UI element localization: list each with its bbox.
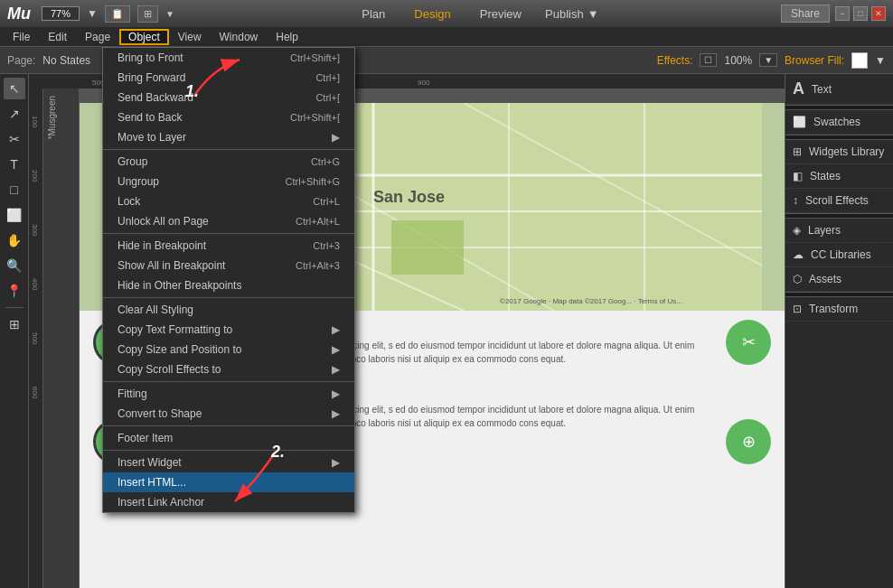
menu-move-to-layer[interactable]: Move to Layer ▶	[103, 127, 354, 147]
sep-4	[103, 381, 354, 382]
lock-shortcut: Ctrl+L	[313, 196, 340, 207]
bring-forward-label: Bring Forward	[118, 71, 185, 84]
copy-scroll-label: Copy Scroll Effects to	[118, 363, 221, 376]
menu-copy-size-position[interactable]: Copy Size and Position to ▶	[103, 340, 354, 359]
show-all-breakpoint-label: Show All in Breakpoint	[118, 259, 225, 272]
sep-3	[103, 297, 354, 298]
menu-group[interactable]: Group Ctrl+G	[103, 152, 354, 172]
send-to-back-label: Send to Back	[118, 111, 182, 124]
menu-hide-other-breakpoints[interactable]: Hide in Other Breakpoints	[103, 275, 354, 295]
menu-send-backward[interactable]: Send Backward Ctrl+[	[103, 88, 354, 107]
menu-fitting[interactable]: Fitting ▶	[103, 384, 354, 404]
menu-insert-widget[interactable]: Insert Widget ▶	[103, 453, 354, 472]
menu-bring-to-front[interactable]: Bring to Front Ctrl+Shift+]	[103, 48, 354, 68]
send-backward-shortcut: Ctrl+[	[315, 92, 340, 103]
menu-ungroup[interactable]: Ungroup Ctrl+Shift+G	[103, 172, 354, 191]
convert-shape-arrow: ▶	[332, 407, 340, 420]
copy-size-arrow: ▶	[332, 343, 340, 356]
send-backward-label: Send Backward	[118, 91, 193, 104]
lock-label: Lock	[118, 195, 140, 208]
copy-scroll-arrow: ▶	[332, 363, 340, 376]
bring-to-front-label: Bring to Front	[118, 51, 183, 64]
insert-link-anchor-label: Insert Link Anchor	[118, 496, 204, 509]
menu-hide-breakpoint[interactable]: Hide in Breakpoint Ctrl+3	[103, 236, 354, 256]
menu-footer-item[interactable]: Footer Item	[103, 428, 354, 448]
footer-item-label: Footer Item	[118, 432, 173, 444]
copy-text-label: Copy Text Formatting to	[118, 323, 232, 336]
menu-insert-html[interactable]: Insert HTML...	[103, 472, 354, 492]
bring-to-front-shortcut: Ctrl+Shift+]	[290, 52, 340, 63]
copy-size-label: Copy Size and Position to	[118, 343, 241, 356]
insert-widget-arrow: ▶	[332, 456, 340, 469]
move-to-layer-label: Move to Layer	[118, 131, 186, 144]
group-label: Group	[118, 155, 147, 168]
fitting-arrow: ▶	[332, 387, 340, 400]
menu-unlock-all[interactable]: Unlock All on Page Ctrl+Alt+L	[103, 211, 354, 231]
move-to-layer-arrow: ▶	[332, 131, 340, 144]
ungroup-shortcut: Ctrl+Shift+G	[285, 176, 340, 187]
sep-2	[103, 233, 354, 234]
menu-convert-shape[interactable]: Convert to Shape ▶	[103, 404, 354, 424]
sep-6	[103, 450, 354, 451]
clear-styling-label: Clear All Styling	[118, 303, 193, 316]
insert-widget-label: Insert Widget	[118, 456, 182, 469]
bring-forward-shortcut: Ctrl+]	[315, 72, 340, 83]
convert-shape-label: Convert to Shape	[118, 407, 202, 420]
menu-copy-text-formatting[interactable]: Copy Text Formatting to ▶	[103, 320, 354, 340]
show-all-shortcut: Ctrl+Alt+3	[296, 260, 340, 271]
hide-breakpoint-label: Hide in Breakpoint	[118, 239, 206, 252]
dropdown-overlay: Bring to Front Ctrl+Shift+] Bring Forwar…	[0, 0, 893, 588]
object-menu-dropdown: Bring to Front Ctrl+Shift+] Bring Forwar…	[102, 47, 355, 513]
hide-breakpoint-shortcut: Ctrl+3	[313, 240, 340, 251]
menu-send-to-back[interactable]: Send to Back Ctrl+Shift+[	[103, 107, 354, 127]
hide-other-label: Hide in Other Breakpoints	[118, 279, 241, 292]
insert-html-label: Insert HTML...	[118, 476, 186, 489]
group-shortcut: Ctrl+G	[311, 156, 340, 167]
fitting-label: Fitting	[118, 387, 147, 400]
sep-1	[103, 149, 354, 150]
menu-insert-link-anchor[interactable]: Insert Link Anchor	[103, 492, 354, 512]
menu-lock[interactable]: Lock Ctrl+L	[103, 191, 354, 211]
copy-text-arrow: ▶	[332, 323, 340, 336]
menu-show-all-breakpoint[interactable]: Show All in Breakpoint Ctrl+Alt+3	[103, 256, 354, 275]
sep-5	[103, 425, 354, 426]
menu-copy-scroll-effects[interactable]: Copy Scroll Effects to ▶	[103, 359, 354, 379]
ungroup-label: Ungroup	[118, 175, 159, 188]
menu-bring-forward[interactable]: Bring Forward Ctrl+]	[103, 68, 354, 88]
unlock-all-shortcut: Ctrl+Alt+L	[296, 216, 340, 227]
unlock-all-label: Unlock All on Page	[118, 215, 209, 228]
send-to-back-shortcut: Ctrl+Shift+[	[290, 112, 340, 123]
menu-clear-styling[interactable]: Clear All Styling	[103, 300, 354, 320]
